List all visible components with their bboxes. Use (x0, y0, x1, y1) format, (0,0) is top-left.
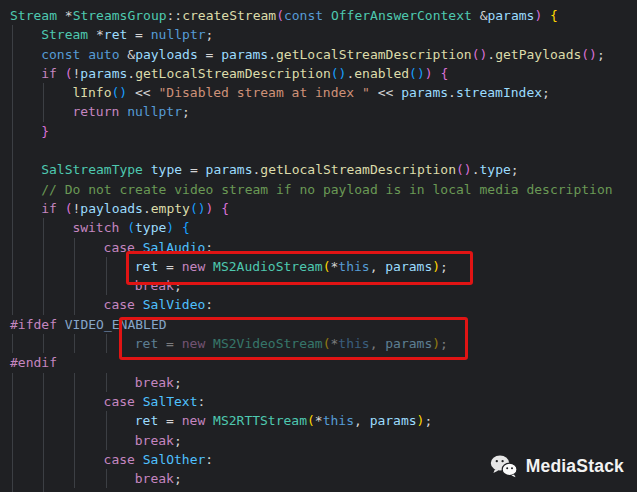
indent-guide (12, 411, 13, 430)
indent-guide (43, 218, 44, 237)
code-line: ret = new MS2RTTStream(*this, params); (0, 411, 637, 430)
indent-guide (43, 238, 44, 257)
indent-guide (43, 83, 44, 102)
indent-guide (74, 334, 75, 353)
indent-guide (74, 392, 75, 411)
indent-guide (43, 276, 44, 295)
indent-guide (12, 45, 13, 64)
code-line: case SalAudio: (0, 238, 637, 257)
indent-guide (12, 218, 13, 237)
code-line (0, 141, 637, 160)
indent-guide (43, 102, 44, 121)
code-line: SalStreamType type = params.getLocalStre… (0, 160, 637, 179)
indent-guide (12, 431, 13, 450)
indent-guide (12, 141, 13, 160)
indent-guide (12, 238, 13, 257)
watermark: MediaStack (490, 451, 624, 481)
indent-guide (12, 392, 13, 411)
indent-guide (12, 334, 13, 353)
code-line-list: Stream *StreamsGroup::createStream(const… (0, 0, 637, 492)
indent-guide (106, 431, 107, 450)
indent-guide (74, 295, 75, 314)
indent-guide (43, 450, 44, 469)
indent-guide (43, 257, 44, 276)
indent-guide (12, 450, 13, 469)
indent-guide (12, 488, 13, 492)
indent-guide (43, 411, 44, 430)
indent-guide (74, 411, 75, 430)
indent-guide (12, 25, 13, 44)
code-line: case SalText: (0, 392, 637, 411)
code-line: Stream *StreamsGroup::createStream(const… (0, 6, 637, 25)
code-line: break; (0, 276, 637, 295)
code-line: #endif (0, 353, 637, 372)
code-line: if (!params.getLocalStreamDescription().… (0, 64, 637, 83)
indent-guide (12, 160, 13, 179)
code-line: break; (0, 431, 637, 450)
indent-guide (12, 180, 13, 199)
indent-guide (106, 469, 107, 488)
indent-guide (106, 276, 107, 295)
indent-guide (106, 373, 107, 392)
code-line: Stream *ret = nullptr; (0, 25, 637, 44)
indent-guide (74, 257, 75, 276)
code-line: // Do not create video stream if no payl… (0, 180, 637, 199)
code-line: #ifdef VIDEO_ENABLED (0, 315, 637, 334)
indent-guide (43, 334, 44, 353)
indent-guide (12, 102, 13, 121)
indent-guide (106, 411, 107, 430)
indent-guide (74, 431, 75, 450)
code-line: break; (0, 373, 637, 392)
code-line: } (0, 488, 637, 492)
watermark-text: MediaStack (526, 456, 624, 477)
indent-guide (43, 392, 44, 411)
indent-guide (12, 373, 13, 392)
indent-guide (12, 257, 13, 276)
indent-guide (12, 122, 13, 141)
indent-guide (43, 488, 44, 492)
indent-guide (12, 295, 13, 314)
indent-guide (106, 334, 107, 353)
wechat-icon (490, 454, 518, 478)
indent-guide (12, 276, 13, 295)
code-line: ret = new MS2VideoStream(*this, params); (0, 334, 637, 353)
indent-guide (106, 257, 107, 276)
code-editor[interactable]: Stream *StreamsGroup::createStream(const… (0, 0, 637, 492)
code-line: if (!payloads.empty()) { (0, 199, 637, 218)
indent-guide (12, 199, 13, 218)
indent-guide (74, 276, 75, 295)
code-line: return nullptr; (0, 102, 637, 121)
code-line: const auto &payloads = params.getLocalSt… (0, 45, 637, 64)
indent-guide (43, 373, 44, 392)
code-line: switch (type) { (0, 218, 637, 237)
indent-guide (43, 431, 44, 450)
indent-guide (12, 83, 13, 102)
indent-guide (74, 450, 75, 469)
code-line: } (0, 122, 637, 141)
code-line: case SalVideo: (0, 295, 637, 314)
indent-guide (74, 373, 75, 392)
code-line: lInfo() << "Disabled stream at index " <… (0, 83, 637, 102)
indent-guide (12, 64, 13, 83)
indent-guide (74, 238, 75, 257)
code-line: ret = new MS2AudioStream(*this, params); (0, 257, 637, 276)
indent-guide (43, 295, 44, 314)
indent-guide (74, 469, 75, 488)
indent-guide (12, 469, 13, 488)
indent-guide (43, 469, 44, 488)
